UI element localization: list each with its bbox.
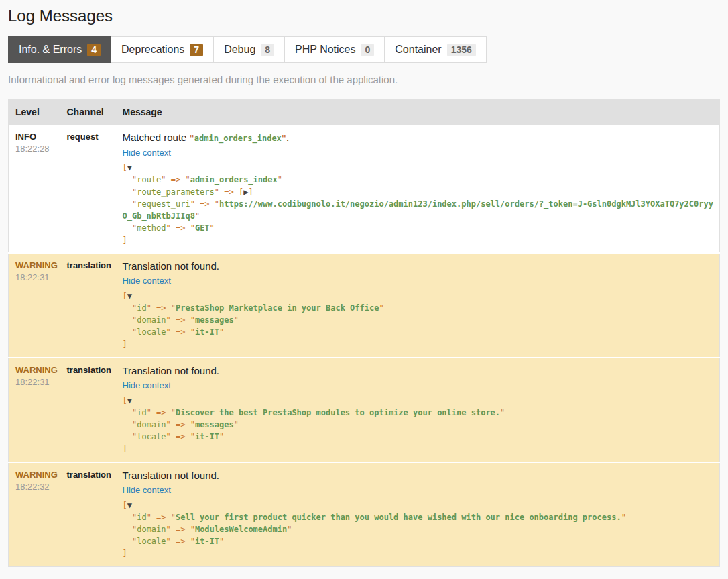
level-label: INFO — [15, 131, 51, 142]
level-cell: WARNING 18:22:32 — [9, 462, 59, 567]
dump-punctuation: ] — [123, 235, 127, 245]
column-header-message: Message — [115, 99, 720, 125]
level-time: 18:22:31 — [15, 272, 51, 283]
quote: " — [282, 134, 286, 143]
dump-punctuation: " — [234, 420, 239, 429]
dump-punctuation: " — [123, 303, 137, 313]
dump-punctuation: " — [219, 537, 224, 546]
column-header-channel: Channel — [59, 99, 115, 125]
dump-punctuation: " — [123, 432, 137, 441]
dump-punctuation: " — [123, 525, 137, 534]
dump-key: locale — [137, 432, 166, 441]
channel-cell: translation — [59, 358, 115, 462]
tab-label: Debug — [224, 44, 255, 55]
dump-string: it-IT — [195, 327, 219, 337]
dump-punctuation: " — [123, 513, 137, 522]
dump-punctuation: " => " — [166, 432, 195, 441]
dump-punctuation: [ — [123, 396, 127, 405]
tab-label: Container — [395, 44, 441, 55]
dump-key: id — [137, 408, 146, 417]
dump-punctuation: " — [621, 513, 626, 522]
dump-collapse-toggle-icon[interactable]: ▼ — [127, 501, 132, 510]
column-header-level: Level — [9, 99, 59, 125]
hide-context-link[interactable]: Hide context — [123, 146, 171, 159]
dump-string: it-IT — [195, 537, 219, 546]
context-dump: [▼ "id" => "PrestaShop Marketplace in yo… — [123, 290, 718, 350]
dump-key: locale — [137, 537, 166, 546]
dump-punctuation: " — [123, 408, 137, 417]
dump-punctuation: ] — [123, 549, 127, 558]
dump-key: domain — [137, 315, 166, 325]
panel-description: Informational and error log messages gen… — [8, 73, 720, 86]
dump-key: request_uri — [137, 199, 190, 209]
tab-label: Deprecations — [121, 44, 184, 55]
tab-badge: 7 — [190, 44, 203, 56]
level-cell: WARNING 18:22:31 — [9, 253, 59, 358]
tab-php-notices[interactable]: PHP Notices0 — [284, 36, 385, 63]
dump-punctuation: " — [278, 175, 282, 185]
dump-string: admin_orders_index — [190, 175, 278, 185]
dump-punctuation: " — [123, 537, 137, 546]
level-label: WARNING — [15, 470, 51, 480]
message-cell: Translation not found. Hide context [▼ "… — [115, 462, 720, 567]
log-row: INFO 18:22:28 request Matched route "adm… — [9, 125, 720, 253]
dump-punctuation: " — [123, 187, 137, 197]
tab-debug[interactable]: Debug8 — [213, 36, 285, 63]
dump-punctuation: " — [195, 211, 200, 221]
dump-collapse-toggle-icon[interactable]: ▼ — [127, 291, 132, 301]
dump-key: locale — [137, 327, 166, 337]
dump-key: domain — [137, 420, 166, 429]
dump-collapse-toggle-icon[interactable]: ▼ — [127, 396, 132, 405]
dump-punctuation: " => " — [190, 199, 219, 209]
dump-punctuation: " => " — [166, 315, 195, 325]
dump-punctuation: " — [234, 315, 239, 325]
dump-key: method — [137, 223, 166, 233]
dump-collapse-toggle-icon[interactable]: ▼ — [127, 163, 132, 172]
hide-context-link[interactable]: Hide context — [123, 379, 171, 392]
dump-punctuation: " => " — [147, 513, 176, 522]
dump-punctuation: " — [123, 315, 137, 325]
dump-punctuation: " => " — [166, 537, 195, 546]
dump-string: GET — [195, 223, 210, 233]
tab-container[interactable]: Container1356 — [384, 36, 487, 63]
dump-punctuation: [ — [123, 501, 127, 510]
level-cell: INFO 18:22:28 — [9, 125, 59, 253]
hide-context-link[interactable]: Hide context — [123, 484, 171, 496]
dump-punctuation: " — [219, 432, 224, 441]
log-table-head: Level Channel Message — [9, 99, 720, 125]
level-time: 18:22:31 — [15, 377, 51, 388]
log-messages-panel: Log Messages Info. & Errors4Deprecations… — [0, 0, 728, 567]
dump-punctuation: " => " — [166, 327, 195, 337]
dump-key: id — [137, 513, 146, 522]
dump-punctuation: " => " — [147, 303, 176, 313]
tab-badge: 8 — [261, 44, 274, 56]
tab-navigation: Info. & Errors4Deprecations7Debug8PHP No… — [8, 36, 720, 63]
dump-punctuation: ] — [123, 444, 127, 454]
tab-deprecations[interactable]: Deprecations7 — [111, 36, 214, 63]
tab-badge: 0 — [361, 44, 374, 56]
message-cell: Translation not found. Hide context [▼ "… — [115, 358, 720, 462]
dump-punctuation: " => " — [166, 420, 195, 429]
quote: " — [190, 134, 194, 143]
code-value: admin_orders_index — [194, 134, 282, 143]
dump-punctuation: " => [ — [215, 187, 243, 197]
context-dump: [▼ "route" => "admin_orders_index" "rout… — [123, 162, 718, 246]
tab-info-errors[interactable]: Info. & Errors4 — [8, 36, 111, 63]
context-dump: [▼ "id" => "Sell your first product quic… — [123, 499, 718, 560]
dump-punctuation: [ — [123, 163, 127, 172]
hide-context-link[interactable]: Hide context — [123, 274, 171, 287]
log-row: WARNING 18:22:31 translation Translation… — [9, 253, 720, 358]
log-row: WARNING 18:22:31 translation Translation… — [9, 358, 720, 462]
message-cell: Matched route "admin_orders_index". Hide… — [115, 125, 720, 253]
dump-key: domain — [137, 525, 166, 534]
level-cell: WARNING 18:22:31 — [9, 358, 59, 462]
log-table: Level Channel Message INFO 18:22:28 requ… — [8, 99, 720, 567]
log-row: WARNING 18:22:32 translation Translation… — [9, 462, 720, 567]
dump-string: messages — [195, 315, 234, 325]
dump-punctuation: " => " — [147, 408, 176, 417]
dump-punctuation: " — [379, 303, 383, 313]
dump-punctuation: " — [287, 525, 292, 534]
dump-punctuation: " — [123, 420, 137, 429]
dump-punctuation: ] — [248, 187, 253, 197]
tab-label: PHP Notices — [295, 44, 355, 55]
